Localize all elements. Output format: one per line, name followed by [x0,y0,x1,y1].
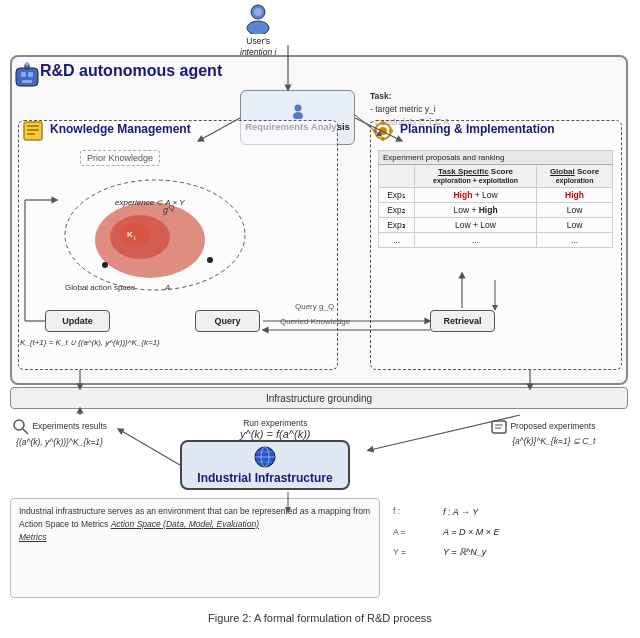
svg-text:Global action space: Global action space [65,283,136,292]
figure-caption: Figure 2: A formal formulation of R&D pr… [0,612,640,624]
ellipsis-gs: ... [537,233,613,248]
table-row: Exp₂ Low + High Low [379,203,613,218]
svg-point-10 [293,112,303,119]
exp1-label: Exp₁ [379,188,415,203]
table-row: ... ... ... [379,233,613,248]
math-label-y: Y = [393,545,443,560]
math-formula-1: f : A → Y [443,504,478,520]
svg-rect-31 [382,137,385,141]
agent-icon-container [12,60,42,92]
ellipsis-label: ... [379,233,415,248]
svg-rect-3 [16,68,38,86]
gear-icon [372,120,394,142]
industrial-infrastructure-box: Industrial Infrastructure [180,440,350,490]
math-box: f : f : A → Y A = A = D × M × E Y = Y = … [385,498,630,598]
svg-text:K: K [127,230,133,239]
svg-text:A: A [164,283,170,292]
math-formula-2: A = D × M × E [443,524,499,540]
exp-col-header [379,165,415,188]
math-label-f: f : [393,504,443,519]
prior-knowledge: Prior Knowledge [80,150,160,166]
user-intention: User's intention i [240,2,276,58]
robot-icon [12,60,42,90]
exp2-gs: Low [537,203,613,218]
svg-point-21 [102,262,108,268]
experiment-table: Experiment proposals and ranking Task Sp… [378,150,613,248]
exp1-ts: High + Low [414,188,536,203]
svg-rect-14 [27,133,35,135]
math-label-a: A = [393,525,443,540]
agent-title: R&D autonomous agent [40,62,222,80]
user-icon [242,2,274,34]
proposed-experiments: Proposed experiments {a^(k)}^K_{k=1} ⊆ C… [490,418,595,446]
list-icon [490,418,508,436]
query-button[interactable]: Query [195,310,260,332]
global-score-header: Global Score exploration [537,165,613,188]
update-button[interactable]: Update [45,310,110,332]
query-label: Query g_Q [295,302,334,311]
exp-table-header: Experiment proposals and ranking [379,151,613,165]
svg-point-34 [14,420,24,430]
svg-point-22 [207,257,213,263]
infra-grounding-bar: Infrastructure grounding [10,387,628,409]
planning-title: Planning & Implementation [400,122,555,136]
experience-blob: g Q experience ⊂ A × Y K t Global action… [55,175,215,275]
svg-rect-32 [373,130,377,133]
svg-rect-36 [492,421,506,433]
svg-point-1 [247,21,269,34]
table-row: Exp₃ Low + Low Low [379,218,613,233]
exp3-gs: Low [537,218,613,233]
svg-rect-5 [28,72,33,77]
svg-point-9 [294,105,301,112]
globe-icon [253,445,277,469]
experience-svg: g Q experience ⊂ A × Y K t Global action… [55,175,255,295]
exp-results: Experiments results {(a^(k), y^(k))}^K_{… [12,418,107,449]
svg-point-2 [254,8,262,16]
svg-line-35 [23,429,28,434]
svg-rect-12 [27,125,39,127]
exp3-label: Exp₃ [379,218,415,233]
book-icon [22,120,44,142]
svg-rect-30 [382,121,385,125]
run-experiments: Run experiments y^(k) = f(a^(k)) [240,418,311,440]
table-row: Exp₁ High + Low High [379,188,613,203]
exp1-gs: High [537,188,613,203]
svg-line-57 [120,430,180,465]
person-icon [290,103,306,119]
svg-text:experience ⊂ A × Y: experience ⊂ A × Y [115,198,185,207]
km-title: Knowledge Management [50,122,191,136]
svg-rect-6 [22,80,32,83]
retrieval-button[interactable]: Retrieval [430,310,495,332]
search-icon [12,418,30,436]
svg-point-29 [379,127,387,135]
exp3-ts: Low + Low [414,218,536,233]
svg-rect-4 [21,72,26,77]
svg-point-8 [25,62,29,66]
exp2-ts: Low + High [414,203,536,218]
svg-rect-33 [389,130,393,133]
svg-rect-13 [27,129,39,131]
diagram-container: User's intention i R&D autonomous agent … [0,0,640,638]
update-formula: K_{t+1} = K_t ∪ {(a^(k), y^(k))}^K_{k=1} [20,338,160,347]
km-icon [22,120,44,144]
task-specific-header: Task Specific Score exploration + exploi… [414,165,536,188]
exp2-label: Exp₂ [379,203,415,218]
plan-icon [372,120,394,144]
queried-knowledge-label: Queried Knowledge [280,317,350,326]
ellipsis-ts: ... [414,233,536,248]
math-formula-3: Y = ℝ^N_y [443,544,486,560]
description-box: Industrial infrastructure serves as an e… [10,498,380,598]
